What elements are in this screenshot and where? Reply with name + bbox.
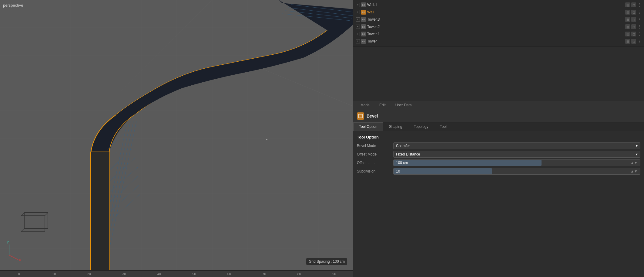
bevel-title: Bevel	[367, 114, 378, 118]
subdivision-field[interactable]: 10 ▲▼	[393, 168, 640, 175]
ruler-tick-80: 80	[282, 272, 317, 276]
grid-spacing-label: Grid Spacing : 100 cm	[306, 258, 347, 265]
vis-render-tower2[interactable]: ◻	[631, 24, 636, 29]
svg-text:X: X	[19, 258, 21, 262]
menu-dots-tower2[interactable]: ⋮	[637, 24, 642, 29]
menu-dots-tower[interactable]: ⋮	[637, 39, 642, 44]
outliner-name-tower2: Tower.2	[367, 25, 625, 29]
expand-tower[interactable]: +	[356, 39, 360, 43]
outliner-item-tower3[interactable]: + L0 Tower.3 ▤ ◻ ⋮	[353, 16, 644, 23]
menu-dots-tower3[interactable]: ⋮	[637, 17, 642, 22]
vis-render-wall[interactable]: ◻	[631, 10, 636, 15]
ruler-tick-20: 20	[72, 272, 107, 276]
offset-mode-label: Offset Mode	[357, 152, 393, 156]
ruler: 0 10 20 30 40 50 60 70 80 90	[0, 270, 353, 277]
viewport-label: perspective	[3, 3, 23, 8]
menu-dots-tower1[interactable]: ⋮	[637, 32, 642, 36]
svg-line-58	[359, 114, 362, 118]
vis-camera-wall[interactable]: ▤	[625, 10, 630, 15]
bevel-mode-dropdown[interactable]: Chamfer ▾	[393, 142, 640, 149]
icon-tower: L0	[361, 39, 366, 44]
subdivision-row: Subdivision 10 ▲▼	[357, 168, 640, 175]
offset-row: Offset . . . . . 100 cm ▲▼	[357, 159, 640, 166]
empty-area-between	[353, 46, 644, 101]
vis-camera-tower3[interactable]: ▤	[625, 17, 630, 22]
offset-mode-chevron: ▾	[636, 152, 638, 156]
bevel-mode-chevron: ▾	[636, 144, 638, 148]
bevel-mode-row: Bevel Mode Chamfer ▾	[357, 142, 640, 149]
expand-wall1[interactable]: +	[356, 3, 360, 7]
outliner-item-tower1[interactable]: + L0 Tower.1 ▤ ◻ ⋮	[353, 30, 644, 38]
outliner-name-tower3: Tower.3	[367, 17, 625, 22]
ruler-tick-60: 60	[212, 272, 247, 276]
offset-value: 100 cm	[396, 161, 408, 165]
bevel-tab-tooloption[interactable]: Tool Option	[353, 122, 383, 131]
props-empty-area	[353, 180, 644, 277]
expand-tower3[interactable]: +	[356, 17, 360, 22]
tab-userdata[interactable]: User Data	[391, 101, 417, 110]
expand-wall[interactable]: +	[356, 10, 360, 14]
svg-text:Y: Y	[7, 241, 9, 244]
vis-render-tower1[interactable]: ◻	[631, 32, 636, 36]
outliner-name-wall: Wall	[367, 10, 625, 14]
outliner-item-tower2[interactable]: + L0 Tower.2 ▤ ◻ ⋮	[353, 23, 644, 30]
vis-camera-tower1[interactable]: ▤	[625, 32, 630, 36]
offset-field[interactable]: 100 cm ▲▼	[393, 159, 640, 166]
ruler-tick-0: 0	[2, 272, 37, 276]
svg-point-56	[266, 139, 267, 140]
ruler-tick-10: 10	[37, 272, 72, 276]
icon-tower1: L0	[361, 32, 366, 36]
ruler-tick-40: 40	[142, 272, 177, 276]
vis-camera-tower[interactable]: ▤	[625, 39, 630, 44]
tab-mode[interactable]: Mode	[356, 101, 374, 110]
menu-dots-wall1[interactable]: ⋮	[637, 2, 642, 7]
svg-rect-0	[0, 0, 353, 277]
bevel-tab-tool[interactable]: Tool	[434, 122, 452, 131]
bevel-tab-shaping[interactable]: Shaping	[383, 122, 408, 131]
bevel-icon	[357, 112, 364, 120]
bevel-header: Bevel	[353, 110, 644, 122]
outliner-item-wall[interactable]: + L0 Wall ▤ ◻ ⋮	[353, 9, 644, 16]
subdivision-fill	[394, 168, 492, 174]
outliner-item-wall1[interactable]: + L0 Wall.1 ▤ ◻ ⋮	[353, 1, 644, 9]
svg-rect-43	[90, 152, 110, 277]
outliner-name-tower: Tower	[367, 39, 625, 43]
outliner-name-wall1: Wall.1	[367, 3, 625, 7]
bevel-subtabs: Tool Option Shaping Topology Tool	[353, 122, 644, 131]
subdivision-value: 10	[396, 169, 400, 173]
viewport[interactable]: perspective	[0, 0, 353, 277]
offset-label: Offset . . . . .	[357, 161, 393, 165]
offset-fill	[394, 160, 542, 166]
outliner-item-tower[interactable]: + L0 Tower ▤ ◻ ⋮	[353, 38, 644, 45]
vis-camera-tower2[interactable]: ▤	[625, 24, 630, 29]
outliner-name-tower1: Tower.1	[367, 32, 625, 36]
tool-option-title: Tool Option	[357, 135, 640, 139]
bevel-mode-value: Chamfer	[396, 144, 410, 148]
vis-camera-wall1[interactable]: ▤	[625, 2, 630, 7]
ruler-tick-90: 90	[317, 272, 352, 276]
subdivision-label: Subdivision	[357, 169, 393, 173]
vis-render-tower[interactable]: ◻	[631, 39, 636, 44]
offset-mode-value: Fixed Distance	[396, 152, 420, 156]
vis-render-wall1[interactable]: ◻	[631, 2, 636, 7]
menu-dots-wall[interactable]: ⋮	[637, 10, 642, 15]
viewport-grid: Y X	[0, 0, 353, 277]
offset-stepper[interactable]: ▲▼	[630, 161, 638, 165]
tool-option-section: Tool Option Bevel Mode Chamfer ▾ Offset …	[353, 131, 644, 180]
subdivision-stepper[interactable]: ▲▼	[630, 169, 638, 173]
right-panel: + L0 Wall.1 ▤ ◻ ⋮ + L0 Wall ▤ ◻ ⋮ + L0 T…	[353, 0, 644, 277]
bevel-mode-label: Bevel Mode	[357, 144, 393, 148]
expand-tower2[interactable]: +	[356, 25, 360, 29]
scene-outliner: + L0 Wall.1 ▤ ◻ ⋮ + L0 Wall ▤ ◻ ⋮ + L0 T…	[353, 0, 644, 46]
tab-edit[interactable]: Edit	[374, 101, 391, 110]
vis-render-tower3[interactable]: ◻	[631, 17, 636, 22]
offset-mode-row: Offset Mode Fixed Distance ▾	[357, 151, 640, 158]
offset-mode-dropdown[interactable]: Fixed Distance ▾	[393, 151, 640, 158]
properties-panel: Mode Edit User Data Bevel Tool Option Sh…	[353, 101, 644, 277]
icon-tower3: L0	[361, 17, 366, 22]
bevel-tab-topology[interactable]: Topology	[408, 122, 434, 131]
ruler-tick-50: 50	[177, 272, 212, 276]
expand-tower1[interactable]: +	[356, 32, 360, 36]
icon-wall: L0	[361, 10, 366, 15]
icon-wall1: L0	[361, 2, 366, 7]
